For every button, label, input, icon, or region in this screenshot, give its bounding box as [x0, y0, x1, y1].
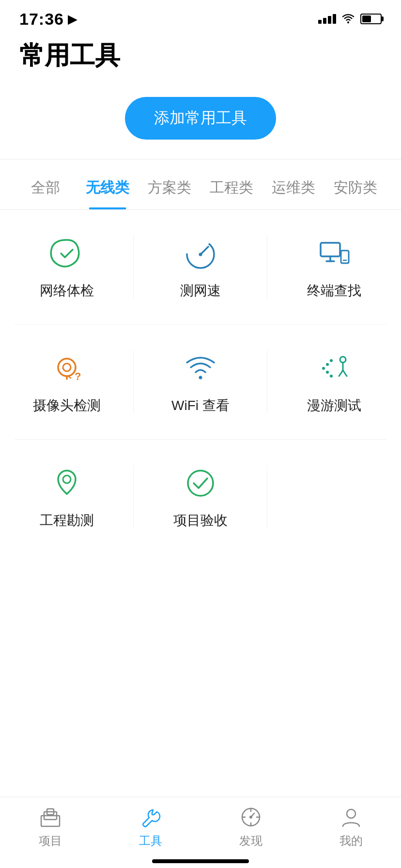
tool-survey[interactable]: 工程勘测 [0, 444, 134, 549]
roaming-test-icon [315, 349, 354, 388]
svg-line-18 [343, 370, 347, 376]
network-check-icon [47, 234, 86, 273]
device-find-icon [315, 234, 354, 273]
svg-point-20 [326, 363, 329, 366]
nav-tools-icon [139, 805, 163, 829]
tool-acceptance[interactable]: 项目验收 [134, 444, 267, 549]
nav-project-label: 项目 [39, 833, 62, 849]
svg-point-10 [63, 363, 71, 371]
page-title: 常用工具 [0, 29, 401, 87]
location-icon: ▶ [68, 12, 77, 27]
acceptance-icon [181, 464, 220, 503]
nav-tools-label: 工具 [139, 833, 162, 849]
tool-grid-row3: 工程勘测 项目验收 [0, 440, 401, 554]
nav-discover-icon [239, 805, 263, 829]
tool-camera-check[interactable]: ? 摄像头检测 [0, 330, 134, 434]
nav-item-discover[interactable]: 发现 [200, 805, 301, 849]
svg-point-3 [199, 253, 202, 256]
nav-item-project[interactable]: 项目 [0, 805, 100, 849]
tab-solution[interactable]: 方案类 [139, 164, 200, 209]
tabs-container: 全部 无线类 方案类 工程类 运维类 安防类 [0, 164, 401, 210]
svg-point-0 [347, 22, 349, 24]
speed-test-icon [181, 234, 220, 273]
wifi-status-icon [342, 14, 355, 24]
home-indicator [152, 859, 249, 863]
tool-grid-row2: ? 摄像头检测 WiFi 查看 [0, 325, 401, 439]
camera-check-icon: ? [47, 349, 86, 388]
svg-point-21 [330, 359, 333, 362]
svg-line-17 [339, 370, 343, 376]
wifi-view-icon [181, 349, 220, 388]
tool-acceptance-label: 项目验收 [173, 511, 228, 530]
add-tool-button[interactable]: 添加常用工具 [125, 97, 276, 140]
tab-all[interactable]: 全部 [15, 164, 77, 209]
tool-device-find-label: 终端查找 [307, 282, 361, 300]
svg-rect-7 [341, 251, 349, 263]
nav-discover-label: 发现 [239, 833, 262, 849]
tool-grid-row1: 网络体检 测网速 终端查找 [0, 210, 401, 324]
tool-speed-test-label: 测网速 [180, 282, 221, 300]
tool-network-check-label: 网络体检 [40, 282, 94, 300]
svg-point-19 [322, 367, 325, 370]
svg-point-23 [330, 375, 333, 378]
tool-camera-check-label: 摄像头检测 [33, 396, 101, 415]
tool-wifi-view[interactable]: WiFi 查看 [134, 330, 267, 434]
tool-speed-test[interactable]: 测网速 [134, 215, 267, 319]
svg-point-15 [340, 357, 346, 363]
divider-top [0, 159, 401, 159]
tool-device-find[interactable]: 终端查找 [267, 215, 401, 319]
tool-roaming-test[interactable]: 漫游测试 [267, 330, 401, 434]
tool-network-check[interactable]: 网络体检 [0, 215, 134, 319]
tab-security[interactable]: 安防类 [324, 164, 386, 209]
svg-point-36 [347, 809, 355, 818]
nav-mine-label: 我的 [339, 833, 363, 849]
signal-icon [318, 14, 336, 24]
status-icons [318, 14, 382, 24]
svg-rect-4 [321, 243, 340, 256]
status-bar: 17:36 ▶ [0, 0, 401, 29]
tab-engineering[interactable]: 工程类 [200, 164, 262, 209]
tool-roaming-test-label: 漫游测试 [307, 396, 361, 415]
tool-wifi-view-label: WiFi 查看 [171, 396, 230, 415]
nav-project-icon [38, 805, 62, 829]
bottom-nav: 项目 工具 发现 [0, 797, 401, 868]
svg-text:?: ? [75, 370, 81, 382]
tool-survey-label: 工程勘测 [40, 511, 94, 530]
tab-wireless[interactable]: 无线类 [77, 164, 139, 209]
tab-ops[interactable]: 运维类 [262, 164, 324, 209]
svg-point-25 [188, 471, 213, 496]
add-button-container: 添加常用工具 [0, 87, 401, 159]
svg-line-35 [251, 813, 254, 817]
nav-item-tools[interactable]: 工具 [100, 805, 200, 849]
survey-icon [47, 464, 86, 503]
svg-point-22 [326, 371, 329, 374]
status-time: 17:36 [19, 10, 64, 29]
nav-item-mine[interactable]: 我的 [301, 805, 401, 849]
svg-point-14 [199, 376, 202, 379]
svg-point-9 [58, 359, 76, 376]
battery-icon [360, 14, 382, 24]
svg-point-24 [63, 475, 71, 483]
nav-mine-icon [339, 805, 363, 829]
svg-line-12 [69, 377, 71, 378]
